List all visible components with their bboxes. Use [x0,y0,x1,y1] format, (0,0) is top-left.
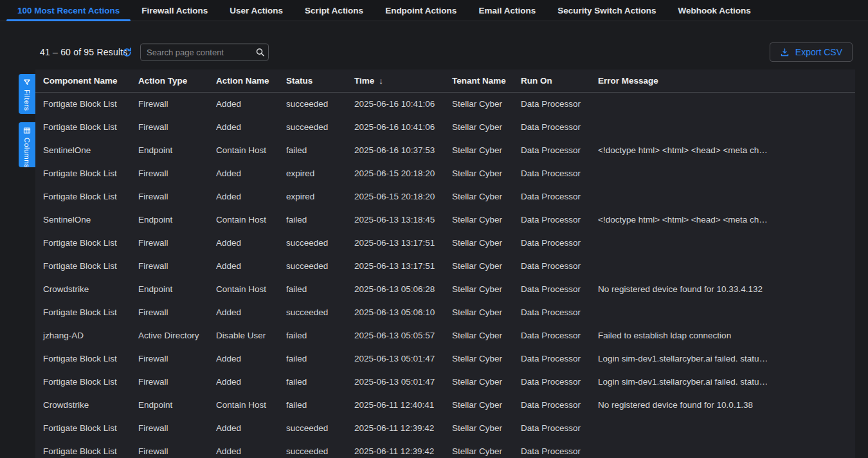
table-cell: Stellar Cyber [444,278,513,301]
table-cell: failed [278,278,347,301]
table-cell: failed [278,139,347,162]
table-cell: Firewall [131,301,208,324]
table-cell: Contain Host [208,394,278,417]
table-cell: <!doctype html> <html> <head> <meta ch… [590,139,855,162]
filter-icon [23,78,31,86]
table-cell: Stellar Cyber [444,116,513,139]
table-cell: Endpoint [131,278,208,301]
table-cell: Fortigate Block List [35,162,131,185]
table-cell: Fortigate Block List [35,417,131,440]
table-cell: Contain Host [208,139,278,162]
table-row[interactable]: Fortigate Block ListFirewallAddedsucceed… [35,440,855,458]
table-row[interactable]: jzhang-ADActive DirectoryDisable Userfai… [35,324,855,347]
table-cell [590,93,855,116]
table-cell: 2025-06-15 20:18:20 [347,185,444,208]
actions-table: Component NameAction TypeAction NameStat… [35,69,855,458]
table-cell: Fortigate Block List [35,116,131,139]
table-cell: Firewall [131,255,208,278]
table-row[interactable]: CrowdstrikeEndpointContain Hostfailed202… [35,278,855,301]
table-row[interactable]: Fortigate Block ListFirewallAddedsucceed… [35,301,855,324]
table-cell: 2025-06-16 10:41:06 [347,93,444,116]
table-cell: expired [278,162,347,185]
table-cell: Stellar Cyber [444,232,513,255]
tab-webhook-actions[interactable]: Webhook Actions [667,0,761,21]
table-cell: 2025-06-13 05:05:57 [347,324,444,347]
table-cell: Endpoint [131,139,208,162]
tab-security-switch-actions[interactable]: Security Switch Actions [547,0,667,21]
tab-endpoint-actions[interactable]: Endpoint Actions [374,0,467,21]
search-button[interactable] [251,44,268,60]
column-header-tenant-name[interactable]: Tenant Name [444,69,513,92]
column-header-component-name[interactable]: Component Name [35,69,131,92]
search-box [140,44,269,61]
column-header-run-on[interactable]: Run On [513,69,590,92]
tab-user-actions[interactable]: User Actions [219,0,294,21]
search-input[interactable] [141,48,251,57]
table-cell: Firewall [131,185,208,208]
table-cell: Contain Host [208,208,278,232]
tab-email-actions[interactable]: Email Actions [467,0,547,21]
table-row[interactable]: Fortigate Block ListFirewallAddedexpired… [35,185,855,208]
table-cell: Stellar Cyber [444,301,513,324]
table-row[interactable]: SentinelOneEndpointContain Hostfailed202… [35,139,855,162]
export-csv-button[interactable]: Export CSV [770,42,853,62]
column-header-status[interactable]: Status [278,69,347,92]
column-header-time[interactable]: Time↓ [347,69,444,92]
refresh-button[interactable] [120,46,133,59]
table-cell: 2025-06-11 12:39:42 [347,417,444,440]
table-cell: SentinelOne [35,139,131,162]
table-row[interactable]: Fortigate Block ListFirewallAddedfailed2… [35,347,855,371]
table-cell: 2025-06-11 12:40:41 [347,394,444,417]
table-row[interactable]: Fortigate Block ListFirewallAddedsucceed… [35,232,855,255]
table-cell: Fortigate Block List [35,93,131,116]
table-cell [590,417,855,440]
table-cell: Data Processor [513,255,590,278]
tab-script-actions[interactable]: Script Actions [294,0,374,21]
table-header-row: Component NameAction TypeAction NameStat… [35,69,855,93]
table-cell: Data Processor [513,440,590,458]
table-cell: 2025-06-13 13:17:51 [347,255,444,278]
table-row[interactable]: Fortigate Block ListFirewallAddedsucceed… [35,116,855,139]
column-header-action-name[interactable]: Action Name [208,69,278,92]
column-header-label: Error Message [598,69,658,92]
table-row[interactable]: SentinelOneEndpointContain Hostfailed202… [35,208,855,232]
table-cell: Endpoint [131,394,208,417]
table-cell: Added [208,417,278,440]
table-cell: SentinelOne [35,208,131,232]
sidebar-tab-columns[interactable]: Columns [19,122,35,167]
table-row[interactable]: Fortigate Block ListFirewallAddedsucceed… [35,93,855,116]
table-cell: Data Processor [513,394,590,417]
sort-desc-icon[interactable]: ↓ [379,69,383,92]
table-cell: Data Processor [513,278,590,301]
column-header-error-message[interactable]: Error Message [590,69,855,92]
table-cell: Added [208,347,278,371]
table-cell: Data Processor [513,139,590,162]
table-cell: 2025-06-11 12:39:42 [347,440,444,458]
tab-100-most-recent-actions[interactable]: 100 Most Recent Actions [6,0,131,21]
table-cell: succeeded [278,255,347,278]
table-cell: Disable User [208,324,278,347]
table-cell: 2025-06-13 05:01:47 [347,371,444,394]
table-cell [590,301,855,324]
toolbar: 41 – 60 of 95 Results Export CSV [0,39,868,66]
table-cell: failed [278,394,347,417]
table-cell: 2025-06-13 05:06:28 [347,278,444,301]
tab-firewall-actions[interactable]: Firewall Actions [131,0,219,21]
table-cell: Added [208,440,278,458]
table-row[interactable]: Fortigate Block ListFirewallAddedfailed2… [35,371,855,394]
columns-icon [23,127,31,134]
sidebar-tab-filters[interactable]: Filters [19,74,35,114]
table-cell: succeeded [278,417,347,440]
table-cell: Data Processor [513,93,590,116]
table-cell: Data Processor [513,232,590,255]
column-header-action-type[interactable]: Action Type [131,69,208,92]
sidebar-tab-columns-label: Columns [23,138,31,168]
table-cell: Fortigate Block List [35,255,131,278]
table-row[interactable]: Fortigate Block ListFirewallAddedsucceed… [35,417,855,440]
table-cell: jzhang-AD [35,324,131,347]
table-row[interactable]: CrowdstrikeEndpointContain Hostfailed202… [35,394,855,417]
table-row[interactable]: Fortigate Block ListFirewallAddedexpired… [35,162,855,185]
table-cell: succeeded [278,93,347,116]
table-cell: 2025-06-16 10:37:53 [347,139,444,162]
table-row[interactable]: Fortigate Block ListFirewallAddedsucceed… [35,255,855,278]
